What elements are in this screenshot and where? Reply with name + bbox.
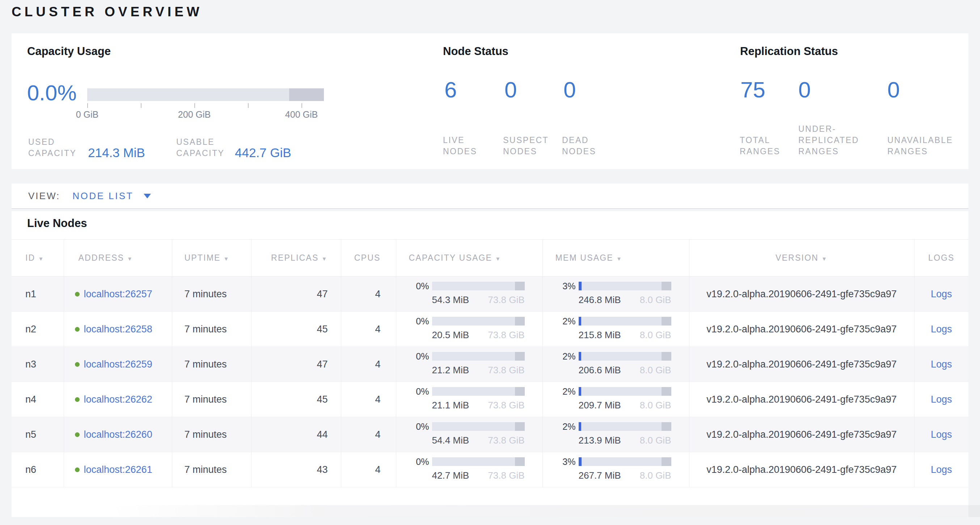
- node-address-link[interactable]: localhost:26257: [84, 289, 152, 300]
- mem-bar-reserved: [662, 422, 671, 431]
- live-nodes-label: LIVE NODES: [443, 135, 477, 157]
- capacity-bar-reserved: [515, 387, 525, 396]
- axis-tick-label: 200 GiB: [164, 109, 225, 120]
- table-row: n3 localhost:26259 7 minutes 47 4 0% 21.…: [11, 347, 969, 382]
- capacity-usage-bar: [87, 88, 324, 101]
- mem-total-value: 8.0 GiB: [640, 365, 671, 376]
- column-header-uptime[interactable]: UPTIME▼: [172, 240, 251, 277]
- logs-link[interactable]: Logs: [931, 359, 952, 370]
- live-nodes-table: ID▼ADDRESS▼UPTIME▼REPLICAS▼CPUSCAPACITY …: [11, 239, 969, 487]
- mem-used-value: 267.7 MiB: [579, 470, 621, 481]
- capacity-bar: [432, 387, 525, 396]
- mem-usage-cell: 3% 246.8 MiB 8.0 GiB: [542, 277, 689, 312]
- capacity-usage-title: Capacity Usage: [27, 45, 111, 58]
- node-address-link[interactable]: localhost:26260: [84, 429, 152, 440]
- node-uptime-cell: 7 minutes: [172, 347, 251, 382]
- column-header-label: CAPACITY USAGE: [409, 253, 493, 263]
- mem-bar-reserved: [662, 317, 671, 326]
- column-header-version[interactable]: VERSION▼: [689, 240, 914, 277]
- column-header-cpus: CPUS: [341, 240, 396, 277]
- node-version-cell: v19.2.0-alpha.20190606-2491-gfe735c9a97: [689, 347, 914, 382]
- node-uptime-cell: 7 minutes: [172, 277, 251, 312]
- table-row: n6 localhost:26261 7 minutes 43 4 0% 42.…: [11, 452, 969, 487]
- node-id-cell: n1: [11, 277, 64, 312]
- unavailable-ranges-label: UNAVAILABLE RANGES: [887, 135, 953, 157]
- mem-bar: [579, 422, 671, 431]
- mem-bar: [579, 457, 671, 466]
- node-address-cell: localhost:26258: [64, 312, 172, 347]
- node-replicas-cell: 47: [251, 277, 341, 312]
- node-address-cell: localhost:26262: [64, 382, 172, 417]
- mem-usage-cell: 3% 267.7 MiB 8.0 GiB: [542, 452, 689, 487]
- capacity-bar-reserved: [515, 282, 525, 290]
- view-dropdown[interactable]: NODE LIST: [72, 190, 134, 202]
- total-ranges-label: TOTAL RANGES: [740, 135, 780, 157]
- capacity-used-value: 20.5 MiB: [432, 329, 469, 341]
- node-live-dot: [75, 327, 80, 332]
- table-row: n5 localhost:26260 7 minutes 44 4 0% 54.…: [11, 417, 969, 452]
- column-header-id[interactable]: ID▼: [11, 240, 64, 277]
- page-title: CLUSTER OVERVIEW: [11, 4, 203, 19]
- capacity-percent: 0%: [409, 387, 429, 396]
- node-version-cell: v19.2.0-alpha.20190606-2491-gfe735c9a97: [689, 277, 914, 312]
- capacity-bar: [432, 457, 525, 466]
- column-header-mem-usage[interactable]: MEM USAGE▼: [542, 240, 689, 277]
- node-address-link[interactable]: localhost:26262: [84, 394, 152, 405]
- node-cpus-cell: 4: [341, 382, 396, 417]
- sort-arrow-icon: ▼: [495, 255, 501, 262]
- axis-tick-label: 0 GiB: [56, 109, 118, 120]
- node-replicas-cell: 47: [251, 347, 341, 382]
- logs-link[interactable]: Logs: [931, 289, 952, 300]
- column-header-label: LOGS: [928, 253, 955, 263]
- replication-status-title: Replication Status: [740, 45, 838, 58]
- mem-total-value: 8.0 GiB: [640, 435, 671, 446]
- usable-capacity-label: USABLE CAPACITY: [176, 137, 224, 159]
- column-header-replicas[interactable]: REPLICAS▼: [251, 240, 341, 277]
- mem-bar-fill: [579, 422, 581, 431]
- logs-link[interactable]: Logs: [931, 429, 952, 440]
- mem-percent: 2%: [555, 352, 576, 361]
- node-status-title: Node Status: [443, 45, 509, 58]
- column-header-address[interactable]: ADDRESS▼: [64, 240, 172, 277]
- node-version-cell: v19.2.0-alpha.20190606-2491-gfe735c9a97: [689, 417, 914, 452]
- node-address-link[interactable]: localhost:26258: [84, 324, 152, 335]
- logs-link[interactable]: Logs: [931, 394, 952, 405]
- capacity-percent: 0%: [409, 422, 429, 431]
- capacity-total-value: 73.8 GiB: [488, 329, 524, 341]
- mem-bar-fill: [579, 457, 582, 466]
- sort-arrow-icon: ▼: [224, 255, 230, 262]
- node-version-cell: v19.2.0-alpha.20190606-2491-gfe735c9a97: [689, 382, 914, 417]
- live-nodes-card: Live Nodes ID▼ADDRESS▼UPTIME▼REPLICAS▼CP…: [11, 211, 969, 517]
- chevron-down-icon[interactable]: [144, 194, 151, 198]
- capacity-bar-reserved: [515, 457, 525, 466]
- node-address-link[interactable]: localhost:26259: [84, 359, 152, 370]
- logs-link[interactable]: Logs: [931, 464, 952, 475]
- column-header-label: CPUS: [354, 253, 381, 263]
- under-replicated-ranges-label: UNDER- REPLICATED RANGES: [798, 123, 859, 157]
- node-logs-cell: Logs: [914, 382, 969, 417]
- dead-nodes-count: 0: [563, 77, 576, 102]
- capacity-percent: 0%: [409, 352, 429, 361]
- capacity-percent: 0%: [409, 457, 429, 466]
- column-header-label: UPTIME: [185, 253, 221, 263]
- capacity-total-value: 73.8 GiB: [488, 365, 524, 376]
- mem-bar-fill: [579, 282, 582, 290]
- capacity-total-value: 73.8 GiB: [488, 435, 524, 446]
- capacity-bar: [432, 422, 525, 431]
- logs-link[interactable]: Logs: [931, 324, 952, 335]
- used-capacity-label: USED CAPACITY: [28, 137, 76, 159]
- node-uptime-cell: 7 minutes: [172, 452, 251, 487]
- node-address-cell: localhost:26257: [64, 277, 172, 312]
- node-cpus-cell: 4: [341, 417, 396, 452]
- axis-tick: [87, 103, 88, 108]
- mem-usage-cell: 2% 213.9 MiB 8.0 GiB: [542, 417, 689, 452]
- total-ranges-count: 75: [740, 77, 765, 102]
- column-header-capacity-usage[interactable]: CAPACITY USAGE▼: [396, 240, 542, 277]
- mem-bar-reserved: [662, 387, 671, 396]
- capacity-bar: [432, 352, 525, 361]
- mem-total-value: 8.0 GiB: [640, 470, 671, 481]
- node-address-link[interactable]: localhost:26261: [84, 464, 152, 475]
- node-replicas-cell: 45: [251, 382, 341, 417]
- node-address-cell: localhost:26261: [64, 452, 172, 487]
- capacity-usage-cell: 0% 54.3 MiB 73.8 GiB: [396, 277, 542, 312]
